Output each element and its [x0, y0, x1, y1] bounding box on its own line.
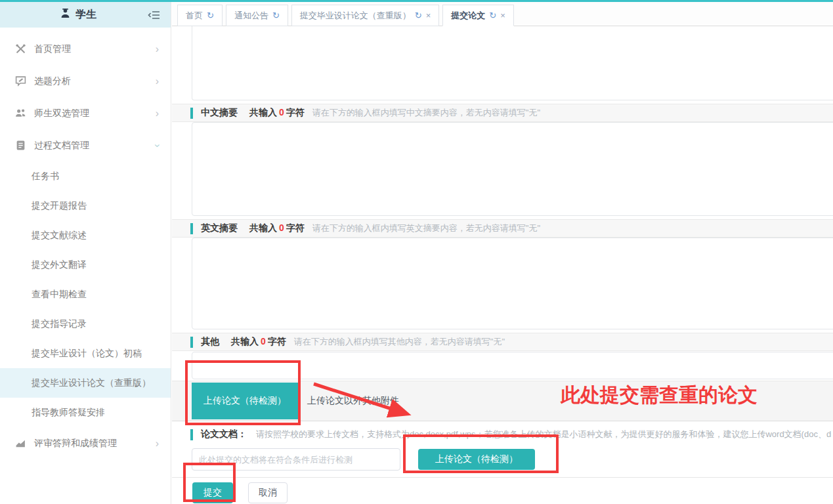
sidebar-title: 学生 [75, 8, 96, 22]
sidebar-item-label: 提交文献综述 [32, 230, 87, 242]
users-icon [14, 108, 26, 119]
student-icon [60, 8, 71, 22]
sidebar-item-label: 评审答辩和成绩管理 [34, 438, 117, 450]
sidebar-item-thesis-draft[interactable]: 提交毕业设计（论文）初稿 [0, 339, 171, 368]
document-icon [14, 140, 26, 152]
close-icon[interactable]: × [500, 10, 505, 20]
upload-thesis-button[interactable]: 上传论文（待检测） [418, 449, 535, 470]
chevron-down-icon: › [151, 144, 163, 147]
sidebar-item-label: 过程文档管理 [34, 140, 89, 152]
sidebar-item-advisor-qa-schedule[interactable]: 指导教师答疑安排 [0, 398, 171, 427]
refresh-icon[interactable]: ↻ [415, 10, 422, 20]
sidebar-item-thesis-plagiarism-version[interactable]: 提交毕业设计论文（查重版） [0, 368, 171, 398]
sidebar-item-task-book[interactable]: 任务书 [0, 161, 171, 191]
section-header-other: 其他 共输入0字符 请在下方的输入框内填写其他内容，若无内容请填写"无" [172, 333, 833, 351]
main-content: 首页 ↻ 通知公告 ↻ 提交毕业设计论文（查重版） ↻ × 提交论文 ↻ × 中… [172, 2, 833, 504]
sidebar-item-proposal-report[interactable]: 提交开题报告 [0, 191, 171, 220]
sidebar-header: 学生 [0, 0, 171, 28]
divider [172, 477, 833, 478]
tab-submit-thesis[interactable]: 提交论文 ↻ × [442, 5, 514, 26]
accent-bar [190, 223, 193, 234]
char-count: 0 [259, 336, 268, 346]
other-textarea[interactable] [192, 352, 833, 379]
chevron-right-icon: › [156, 438, 159, 450]
accent-bar [190, 108, 193, 119]
sidebar-item-label: 指导教师答疑安排 [32, 407, 105, 419]
accent-bar [190, 429, 193, 440]
comment-edit-icon [14, 75, 26, 87]
refresh-icon[interactable]: ↻ [272, 10, 280, 20]
section-header-chinese-abstract: 中文摘要 共输入0字符 请在下方的输入框内填写中文摘要内容，若无内容请填写"无" [172, 104, 833, 122]
tab-home[interactable]: 首页 ↻ [177, 5, 223, 26]
upload-other-attachments-tab[interactable]: 上传论文以外其他附件 [298, 381, 399, 421]
char-count: 0 [277, 107, 286, 117]
chevron-right-icon: › [156, 43, 159, 55]
sidebar-item-label: 提交外文翻译 [32, 259, 87, 271]
section-hint: 请在下方的输入框内填写其他内容，若无内容请填写"无" [294, 336, 505, 348]
sidebar-item-label: 提交指导记录 [32, 318, 87, 330]
sidebar-item-homepage-mgmt[interactable]: 首页管理 › [0, 33, 171, 65]
thesis-file-input[interactable] [192, 448, 400, 471]
form-actions: 提交 取消 [192, 482, 833, 503]
thesis-document-row: 论文文档： 请按照学校的要求上传文档，支持格式为doc,docx,pdf,wps… [172, 426, 833, 443]
sidebar-item-label: 任务书 [32, 171, 59, 182]
submit-button[interactable]: 提交 [192, 482, 233, 503]
thesis-document-hint: 请按照学校的要求上传文档，支持格式为doc,docx,pdf,wps；若您准备上… [256, 429, 831, 440]
chinese-abstract-textarea[interactable] [192, 122, 833, 216]
sidebar-item-label: 提交毕业设计（论文）初稿 [32, 348, 142, 360]
english-abstract-textarea[interactable] [192, 238, 833, 329]
keywords-textarea[interactable] [192, 26, 833, 100]
tools-icon [14, 43, 26, 55]
sidebar-item-foreign-translation[interactable]: 提交外文翻译 [0, 250, 171, 280]
sidebar-item-label: 查看中期检查 [32, 289, 87, 301]
sidebar-item-topic-analysis[interactable]: 选题分析 › [0, 65, 171, 97]
section-hint: 请在下方的输入框内填写中文摘要内容，若无内容请填写"无" [312, 107, 540, 119]
chevron-right-icon: › [156, 75, 159, 87]
sidebar-item-mutual-selection[interactable]: 师生双选管理 › [0, 97, 171, 129]
thesis-document-label: 论文文档： [201, 429, 247, 440]
sidebar-item-review-defense-grades[interactable]: 评审答辩和成绩管理 › [0, 427, 171, 459]
sidebar-item-label: 选题分析 [34, 75, 71, 87]
sidebar: 学生 首页管理 › 选题分析 › 师生双选管理 › [0, 0, 171, 504]
sidebar-item-process-docs[interactable]: 过程文档管理 › [0, 129, 171, 161]
tab-bar: 首页 ↻ 通知公告 ↻ 提交毕业设计论文（查重版） ↻ × 提交论文 ↻ × [172, 2, 833, 26]
upload-tabs-strip: 上传论文（待检测） 上传论文以外其他附件 [172, 381, 833, 421]
refresh-icon[interactable]: ↻ [489, 10, 496, 20]
chevron-right-icon: › [156, 108, 159, 119]
sidebar-item-literature-review[interactable]: 提交文献综述 [0, 220, 171, 250]
sidebar-item-label: 师生双选管理 [34, 108, 89, 119]
sidebar-menu: 首页管理 › 选题分析 › 师生双选管理 › 过程文档管理 › 任务书 [0, 28, 171, 459]
sidebar-item-midterm-check[interactable]: 查看中期检查 [0, 280, 171, 309]
char-count: 0 [277, 222, 286, 233]
close-icon[interactable]: × [426, 10, 431, 20]
file-upload-row: 上传论文（待检测） [192, 448, 833, 471]
sidebar-item-guidance-records[interactable]: 提交指导记录 [0, 309, 171, 339]
collapse-sidebar-icon[interactable] [147, 8, 161, 22]
cancel-button[interactable]: 取消 [248, 482, 288, 503]
upload-thesis-tab[interactable]: 上传论文（待检测） [192, 383, 298, 419]
sidebar-item-label: 提交开题报告 [32, 200, 87, 212]
sidebar-item-label: 首页管理 [34, 43, 71, 55]
accent-bar [190, 337, 193, 348]
page-accent-topline [0, 0, 833, 2]
section-header-english-abstract: 英文摘要 共输入0字符 请在下方的输入框内填写英文摘要内容，若无内容请填写"无" [172, 219, 833, 238]
chart-icon [14, 438, 26, 450]
refresh-icon[interactable]: ↻ [207, 10, 214, 20]
tab-notices[interactable]: 通知公告 ↻ [226, 5, 288, 26]
tab-thesis-plagiarism-version[interactable]: 提交毕业设计论文（查重版） ↻ × [291, 5, 440, 26]
section-hint: 请在下方的输入框内填写英文摘要内容，若无内容请填写"无" [312, 222, 540, 234]
sidebar-item-label: 提交毕业设计论文（查重版） [32, 377, 151, 389]
